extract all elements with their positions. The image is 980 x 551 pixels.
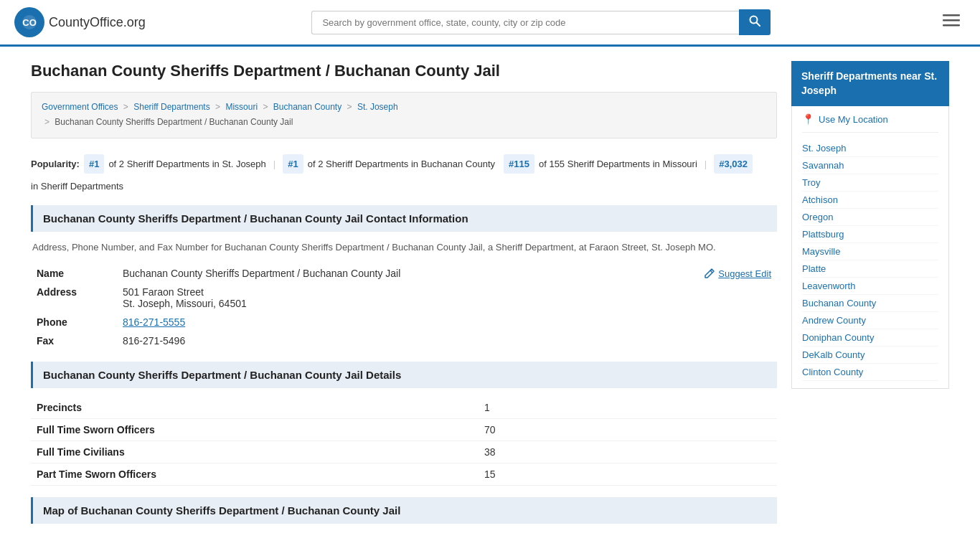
details-precincts-value: 1 [479, 397, 777, 419]
page-title: Buchanan County Sheriffs Department / Bu… [31, 61, 777, 82]
breadcrumb-current: Buchanan County Sheriffs Department / Bu… [55, 117, 293, 127]
breadcrumb-sep-3: > [263, 102, 268, 112]
pop-rank-4: #3,032 [714, 154, 753, 174]
breadcrumb-sep-1: > [123, 102, 128, 112]
search-area [311, 9, 771, 35]
sidebar-link-4[interactable]: Oregon [802, 209, 938, 226]
contact-description: Address, Phone Number, and Fax Number fo… [31, 240, 777, 255]
breadcrumb-government-offices[interactable]: Government Offices [42, 102, 118, 112]
contact-section-header: Buchanan County Sheriffs Department / Bu… [31, 205, 777, 232]
sidebar-link-13[interactable]: Clinton County [802, 364, 938, 381]
contact-name-text: Buchanan County Sheriffs Department / Bu… [123, 268, 400, 279]
details-parttime-label: Part Time Sworn Officers [31, 463, 479, 486]
svg-rect-5 [943, 14, 960, 17]
contact-info-table: Name Buchanan County Sheriffs Department… [31, 264, 777, 350]
contact-fax-value: 816-271-5496 [117, 331, 777, 350]
search-button[interactable] [739, 9, 771, 35]
content-area: Buchanan County Sheriffs Department / Bu… [31, 61, 777, 524]
main-container: Buchanan County Sheriffs Department / Bu… [17, 47, 963, 538]
contact-name-value: Buchanan County Sheriffs Department / Bu… [117, 264, 777, 283]
pop-rank-3: #115 [504, 154, 534, 174]
logo-area: CO CountyOffice.org [14, 7, 146, 37]
contact-fax-label: Fax [31, 331, 117, 350]
sidebar: Sheriff Departments near St. Joseph 📍 Us… [791, 61, 949, 524]
svg-rect-6 [943, 19, 960, 22]
breadcrumb-sep-2: > [215, 102, 220, 112]
details-civilians-value: 38 [479, 441, 777, 463]
sidebar-link-10[interactable]: Andrew County [802, 312, 938, 329]
use-location-label: Use My Location [819, 114, 888, 125]
details-sworn-officers-value: 70 [479, 419, 777, 441]
breadcrumb-buchanan-county[interactable]: Buchanan County [273, 102, 341, 112]
details-section-header: Buchanan County Sheriffs Department / Bu… [31, 362, 777, 388]
details-sworn-officers-label: Full Time Sworn Officers [31, 419, 479, 441]
breadcrumb-sheriff-departments[interactable]: Sheriff Departments [133, 102, 210, 112]
logo-icon: CO [14, 7, 44, 37]
contact-address-line1: 501 Faraon Street [123, 286, 771, 298]
pop-divider-1: | [273, 156, 275, 172]
pop-rank-2: #1 [283, 154, 303, 174]
sidebar-link-11[interactable]: Doniphan County [802, 329, 938, 347]
suggest-edit-icon [704, 268, 715, 279]
sidebar-link-9[interactable]: Buchanan County [802, 295, 938, 312]
sidebar-link-3[interactable]: Atchison [802, 192, 938, 209]
search-input[interactable] [311, 11, 739, 34]
map-section-header: Map of Buchanan County Sheriffs Departme… [31, 497, 777, 524]
sidebar-link-5[interactable]: Plattsburg [802, 226, 938, 243]
search-icon [749, 15, 760, 27]
contact-address-label: Address [31, 283, 117, 313]
svg-rect-7 [943, 24, 960, 27]
breadcrumb-sep-4: > [347, 102, 352, 112]
menu-button[interactable] [937, 10, 966, 34]
svg-line-8 [710, 270, 712, 273]
location-pin-icon: 📍 [802, 113, 814, 125]
logo-svg: CO [19, 12, 39, 32]
contact-phone-label: Phone [31, 313, 117, 331]
suggest-edit-text: Suggest Edit [718, 268, 771, 279]
details-civilians-row: Full Time Civilians 38 [31, 441, 777, 463]
details-sworn-officers-row: Full Time Sworn Officers 70 [31, 419, 777, 441]
breadcrumb-st-joseph[interactable]: St. Joseph [357, 102, 398, 112]
details-civilians-label: Full Time Civilians [31, 441, 479, 463]
pop-rank-1-desc: of 2 Sheriff Departments in St. Joseph [108, 156, 265, 172]
contact-fax-row: Fax 816-271-5496 [31, 331, 777, 350]
sidebar-link-0[interactable]: St. Joseph [802, 140, 938, 157]
details-table: Precincts 1 Full Time Sworn Officers 70 … [31, 397, 777, 486]
pop-rank-2-desc: of 2 Sheriff Departments in Buchanan Cou… [308, 156, 495, 172]
breadcrumb-sep-5: > [44, 117, 50, 127]
contact-address-line2: St. Joseph, Missouri, 64501 [123, 298, 771, 309]
breadcrumb-missouri[interactable]: Missouri [225, 102, 258, 112]
contact-phone-link[interactable]: 816-271-5555 [123, 316, 185, 328]
details-precincts-label: Precincts [31, 397, 479, 419]
sidebar-link-12[interactable]: DeKalb County [802, 347, 938, 364]
popularity-label: Popularity: [31, 156, 80, 172]
sidebar-header: Sheriff Departments near St. Joseph [791, 61, 949, 106]
details-parttime-value: 15 [479, 463, 777, 486]
contact-phone-value: 816-271-5555 [117, 313, 777, 331]
suggest-edit-link[interactable]: Suggest Edit [704, 268, 771, 279]
logo-suffix: .org [123, 15, 146, 29]
sidebar-link-2[interactable]: Troy [802, 174, 938, 192]
pop-rank-4-desc: in Sheriff Departments [31, 178, 123, 194]
details-parttime-row: Part Time Sworn Officers 15 [31, 463, 777, 486]
logo-text: CountyOffice.org [49, 15, 146, 30]
sidebar-link-7[interactable]: Platte [802, 260, 938, 278]
contact-address-value: 501 Faraon Street St. Joseph, Missouri, … [117, 283, 777, 313]
pop-rank-1: #1 [84, 154, 104, 174]
sidebar-link-6[interactable]: Maysville [802, 243, 938, 260]
sidebar-body: 📍 Use My Location St. Joseph Savannah Tr… [791, 106, 949, 389]
contact-name-label: Name [31, 264, 117, 283]
svg-text:CO: CO [22, 17, 37, 28]
site-header: CO CountyOffice.org [0, 0, 980, 47]
contact-address-row: Address 501 Faraon Street St. Joseph, Mi… [31, 283, 777, 313]
pop-rank-3-desc: of 155 Sheriff Departments in Missouri [539, 156, 697, 172]
contact-phone-row: Phone 816-271-5555 [31, 313, 777, 331]
pop-divider-2: | [705, 156, 707, 172]
svg-line-4 [757, 23, 760, 27]
hamburger-icon [943, 14, 960, 27]
sidebar-link-8[interactable]: Leavenworth [802, 278, 938, 295]
breadcrumb: Government Offices > Sheriff Departments… [31, 92, 777, 138]
details-precincts-row: Precincts 1 [31, 397, 777, 419]
use-location-link[interactable]: 📍 Use My Location [802, 113, 938, 133]
sidebar-link-1[interactable]: Savannah [802, 157, 938, 174]
